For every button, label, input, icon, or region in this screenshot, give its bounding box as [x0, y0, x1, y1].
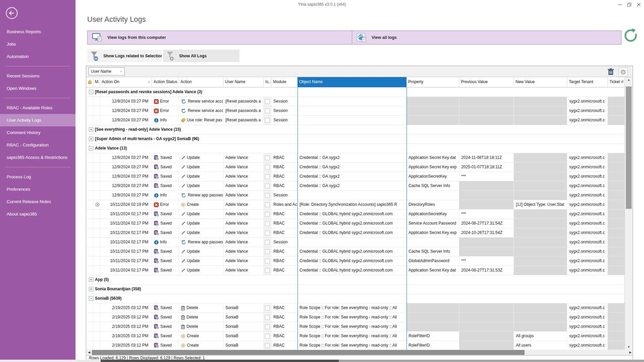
is-checkbox[interactable]	[265, 212, 270, 217]
column-header-m[interactable]: M.	[93, 77, 100, 87]
vertical-scrollbar[interactable]: ▲ ▼	[625, 77, 633, 350]
log-row[interactable]: 10/11/2024 02:17 PMSavedUpdateAdele Vanc…	[86, 209, 625, 219]
show-all-logs-button[interactable]: Show All Logs	[163, 50, 239, 62]
log-row[interactable]: 12/9/2024 03:27 PMError***Renew service …	[86, 97, 625, 106]
log-row[interactable]: 2/19/2025 03:12 PMSavedDeleteSoniaBRBACR…	[86, 303, 625, 313]
sidebar-item-comment-history[interactable]: Comment History	[0, 126, 75, 139]
vertical-scroll-thumb[interactable]	[626, 86, 632, 209]
log-row[interactable]: 10/11/2024 02:17 PMSavedUpdateAdele Vanc…	[86, 219, 625, 228]
sidebar-item-jobs[interactable]: Jobs	[0, 38, 75, 50]
sidebar-item-about-sapio365[interactable]: About sapio365	[0, 208, 75, 220]
log-row[interactable]: 12/9/2024 03:27 PMError***Renew service …	[86, 106, 625, 116]
expand-group-icon[interactable]: +	[89, 127, 93, 132]
back-button[interactable]	[5, 7, 18, 21]
sidebar-item-process-log[interactable]: Process Log	[0, 171, 75, 183]
restore-button[interactable]	[625, 0, 634, 9]
delete-logs-button[interactable]	[606, 67, 615, 76]
group-row[interactable]: −SoniaB (5639)	[86, 294, 625, 303]
is-checkbox[interactable]	[265, 249, 270, 254]
is-checkbox[interactable]	[265, 184, 270, 188]
group-row[interactable]: +App (5)	[86, 275, 625, 285]
log-row[interactable]: 12/9/2024 03:27 PMSavedUpdateAdele Vance…	[86, 181, 625, 191]
group-row[interactable]: +[Super Admin of multi-tenants - GA sygx…	[86, 134, 625, 144]
view-local-logs-button[interactable]: View logs from this computer	[87, 31, 352, 45]
is-checkbox[interactable]	[265, 240, 270, 245]
log-row[interactable]: 2/19/2025 03:12 PMSavedCreateSoniaBRBACR…	[86, 341, 625, 350]
log-row[interactable]: 12/9/2024 03:27 PMSavedUpdateAdele Vance…	[86, 163, 625, 172]
show-related-logs-button[interactable]: Show Logs related to Selection	[87, 50, 162, 62]
sidebar-item-business-reports[interactable]: Business Reports	[0, 25, 75, 38]
collapse-group-icon[interactable]: −	[89, 146, 93, 150]
log-row[interactable]: 12/9/2024 03:27 PMSavedUpdateAdele Vance…	[86, 172, 625, 181]
log-row[interactable]: 2/19/2025 03:12 PMSavedDeleteSoniaBRBACR…	[86, 322, 625, 331]
close-button[interactable]	[634, 0, 643, 9]
log-row[interactable]: 12/9/2024 03:27 PMInfo***Renew app passw…	[86, 191, 625, 200]
group-row[interactable]: −[Reset passwords and revoke sessions] A…	[86, 87, 625, 97]
log-row[interactable]: 12/9/2024 03:27 PMInfoUse role: Reset pa…	[86, 116, 625, 125]
column-header-module[interactable]: Module	[271, 77, 298, 87]
column-header-prev[interactable]: Previous Value	[459, 77, 514, 87]
expand-group-icon[interactable]: +	[89, 137, 93, 141]
sidebar-item-user-activity-logs[interactable]: User Activity Logs	[0, 114, 75, 126]
scroll-right-arrow[interactable]: ▶	[628, 350, 633, 355]
is-checkbox[interactable]	[265, 193, 270, 198]
expand-group-icon[interactable]: +	[89, 278, 93, 282]
is-checkbox[interactable]	[265, 268, 270, 273]
column-header-tenant[interactable]: Target Tenant	[567, 77, 608, 87]
is-checkbox[interactable]	[265, 109, 270, 113]
log-row[interactable]: 10/11/2024 02:17 PMSavedUpdateAdele Vanc…	[86, 266, 625, 275]
is-checkbox[interactable]	[265, 156, 270, 160]
sidebar-item-current-release-notes[interactable]: Current Release Notes	[0, 195, 75, 208]
sidebar-item-automation[interactable]: Automation	[0, 50, 75, 63]
column-header-ticket[interactable]: Ticket #	[608, 77, 625, 87]
refresh-button[interactable]	[622, 27, 639, 44]
is-checkbox[interactable]	[265, 231, 270, 235]
group-by-chip[interactable]: User Name ▲	[89, 67, 125, 75]
is-checkbox[interactable]	[265, 202, 270, 207]
minimize-button[interactable]	[615, 0, 625, 9]
sidebar-item-recent-sessions[interactable]: Recent Sessions	[0, 70, 75, 82]
column-header-property[interactable]: Property	[407, 77, 459, 87]
horizontal-scrollbar[interactable]: ◀ ▶	[86, 350, 633, 355]
view-all-logs-button[interactable]: View all logs	[352, 31, 622, 45]
group-row[interactable]: −Adele Vance (13)	[86, 144, 625, 153]
is-checkbox[interactable]	[265, 259, 270, 263]
log-row[interactable]: 12/9/2024 03:27 PMSavedUpdateAdele Vance…	[86, 153, 625, 163]
sidebar-item-preferences[interactable]: Preferences	[0, 183, 75, 195]
is-checkbox[interactable]	[265, 118, 270, 123]
sidebar-item-sapio365-access-restrictions[interactable]: sapio365 Access & Restrictions	[0, 151, 75, 164]
column-header-lock[interactable]	[86, 77, 93, 87]
is-checkbox[interactable]	[265, 343, 270, 348]
sidebar-item-rbac-available-roles[interactable]: RBAC - Available Roles	[0, 102, 75, 114]
expand-group-icon[interactable]: +	[89, 287, 93, 291]
log-row[interactable]: 10/11/2024 02:17 PMInfo***Renew app pass…	[86, 238, 625, 247]
is-checkbox[interactable]	[265, 334, 270, 339]
scroll-left-arrow[interactable]: ◀	[86, 350, 92, 355]
column-header-is[interactable]: Is...	[264, 77, 271, 87]
is-checkbox[interactable]	[265, 174, 270, 179]
collapse-group-icon[interactable]: −	[89, 296, 93, 301]
horizontal-scroll-thumb[interactable]	[92, 350, 525, 355]
column-header-action[interactable]: Action	[179, 77, 223, 87]
column-header-new[interactable]: New Value	[514, 77, 567, 87]
group-row[interactable]: +[See everything - read-only] Adele Vanc…	[86, 125, 625, 134]
scroll-up-arrow[interactable]: ▲	[625, 77, 633, 82]
collapse-group-icon[interactable]: −	[89, 90, 93, 94]
sidebar-item-open-windows[interactable]: Open Windows	[0, 82, 75, 95]
log-row[interactable]: 2/19/2025 03:12 PMSavedCreateSoniaBRBACR…	[86, 331, 625, 341]
is-checkbox[interactable]	[265, 315, 270, 320]
is-checkbox[interactable]	[265, 324, 270, 329]
column-header-status[interactable]: Action Status	[152, 77, 179, 87]
grid-settings-button[interactable]: ⚙	[619, 67, 628, 77]
scroll-down-arrow[interactable]: ▼	[625, 344, 633, 350]
group-row[interactable]: +Sonia Bounardjian (358)	[86, 285, 625, 294]
is-checkbox[interactable]	[265, 165, 270, 170]
column-header-date[interactable]: Action On▼	[100, 77, 152, 87]
is-checkbox[interactable]	[265, 221, 270, 226]
log-row[interactable]: 10/11/2024 02:17 PMSavedUpdateAdele Vanc…	[86, 228, 625, 238]
is-checkbox[interactable]	[265, 99, 270, 104]
log-row[interactable]: 2/19/2025 03:12 PMSavedDeleteSoniaBRBACR…	[86, 313, 625, 322]
log-row[interactable]: 10/11/2024 02:19 PMErrorCreateAdele Vanc…	[86, 200, 625, 209]
column-header-object[interactable]: Object Name	[298, 77, 407, 87]
sidebar-item-rbac-configuration[interactable]: RBAC - Configuration	[0, 139, 75, 151]
